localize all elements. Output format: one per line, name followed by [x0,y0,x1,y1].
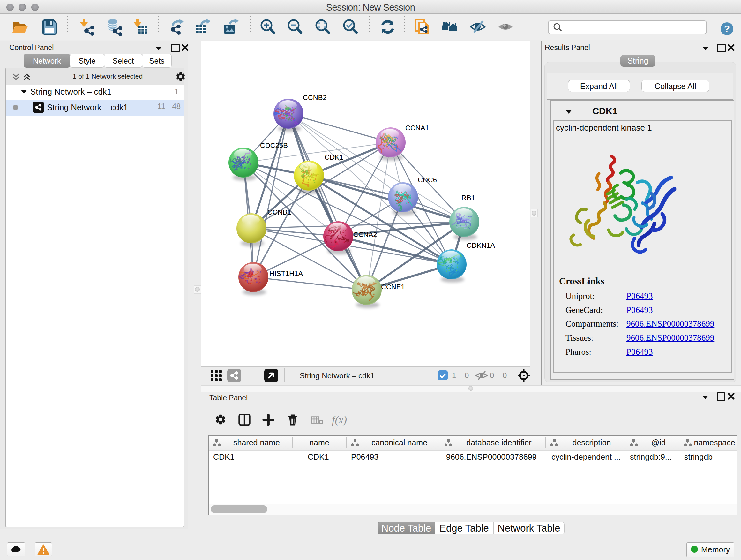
svg-text:CDKN1A: CDKN1A [467,241,495,249]
svg-text:CCNB1: CCNB1 [267,208,291,216]
svg-text:CCNA1: CCNA1 [405,124,429,132]
svg-text:CDC6: CDC6 [418,176,437,184]
svg-text:CDK1: CDK1 [325,153,343,161]
svg-text:CCNE1: CCNE1 [381,283,405,291]
svg-text:CCNB2: CCNB2 [303,94,327,102]
svg-text:RB1: RB1 [461,194,475,202]
svg-text:HIST1H1A: HIST1H1A [269,269,303,277]
svg-text:CCNA2: CCNA2 [353,231,377,239]
svg-text:CDC25B: CDC25B [260,141,288,149]
